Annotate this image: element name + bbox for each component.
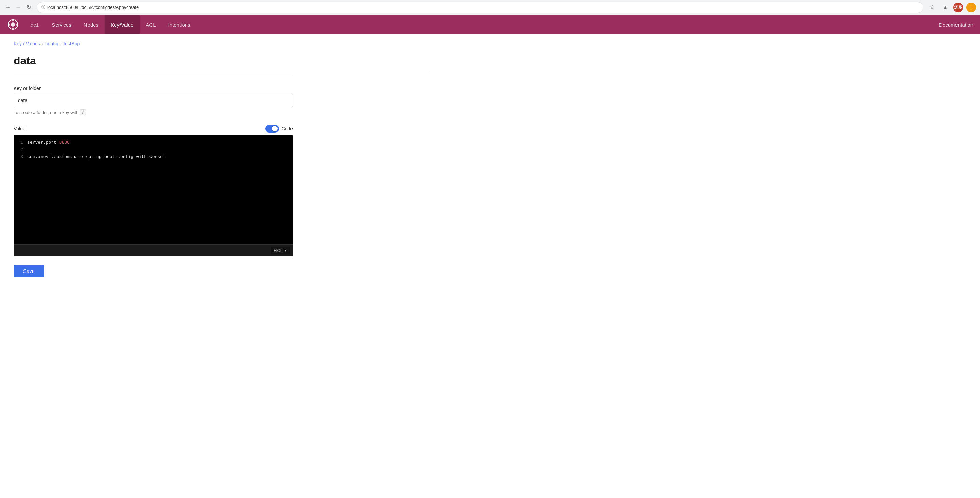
hint-code: / <box>80 109 86 116</box>
code-line-2: 2 <box>14 146 293 154</box>
nav-links: Services Nodes Key/Value ACL Intentions <box>46 15 939 34</box>
cast-button[interactable]: ▲ <box>940 3 950 12</box>
breadcrumb-config[interactable]: config <box>46 41 58 46</box>
breadcrumb: Key / Values › config › testApp <box>14 41 429 46</box>
language-select-container[interactable]: HCL ▼ <box>271 247 290 255</box>
documentation-link[interactable]: Documentation <box>939 22 973 28</box>
code-statusbar: HCL ▼ <box>14 244 293 256</box>
language-dropdown-icon: ▼ <box>284 249 287 252</box>
navigation-bar: dc1 Services Nodes Key/Value ACL Intenti… <box>0 15 980 34</box>
breadcrumb-sep-1: › <box>42 41 44 46</box>
code-toggle: Code <box>265 125 293 132</box>
nav-keyvalue[interactable]: Key/Value <box>105 15 140 34</box>
browser-chrome: ← → ↻ ⓘ localhost:8500/ui/dc1/kv/config/… <box>0 0 980 15</box>
svg-point-2 <box>12 19 14 21</box>
bookmark-button[interactable]: ☆ <box>928 3 937 12</box>
value-label: Value <box>14 126 25 132</box>
code-label: Code <box>282 126 293 132</box>
svg-point-5 <box>16 24 18 25</box>
key-input[interactable] <box>14 94 293 107</box>
code-content: 1 server.port=8888 2 3 com.anoyi.custom.… <box>14 135 293 244</box>
breadcrumb-keyvalues[interactable]: Key / Values <box>14 41 40 46</box>
line-number-2: 2 <box>14 146 27 154</box>
value-section: Value Code 1 server.port=8888 <box>14 125 293 256</box>
breadcrumb-sep-2: › <box>60 41 62 46</box>
line-number-3: 3 <box>14 154 27 161</box>
code-line-1: 1 server.port=8888 <box>14 139 293 146</box>
key-hint: To create a folder, end a key with / <box>14 109 293 116</box>
key-form-section: Key or folder To create a folder, end a … <box>14 86 293 116</box>
address-url: localhost:8500/ui/dc1/kv/config/testApp/… <box>47 5 919 10</box>
nav-nodes[interactable]: Nodes <box>78 15 105 34</box>
browser-actions: ☆ ▲ 远东 ! <box>928 3 976 12</box>
address-bar[interactable]: ⓘ localhost:8500/ui/dc1/kv/config/testAp… <box>37 2 923 13</box>
code-line-3: 3 com.anoyi.custom.name=spring-boot-conf… <box>14 154 293 161</box>
svg-point-4 <box>8 24 10 25</box>
user-avatar[interactable]: 远东 <box>953 3 963 12</box>
consul-logo[interactable] <box>7 18 19 31</box>
save-button[interactable]: Save <box>14 265 44 277</box>
language-select[interactable]: HCL <box>274 248 283 253</box>
nav-acl[interactable]: ACL <box>140 15 162 34</box>
value-header: Value Code <box>14 125 293 132</box>
line-content-2 <box>27 146 293 154</box>
line-content-3: com.anoyi.custom.name=spring-boot-config… <box>27 154 293 161</box>
key-label: Key or folder <box>14 86 293 91</box>
main-content: Key / Values › config › testApp data Key… <box>0 34 443 284</box>
code-toggle-switch[interactable] <box>265 125 279 132</box>
nav-intentions[interactable]: Intentions <box>162 15 196 34</box>
svg-point-1 <box>11 22 15 27</box>
title-divider <box>14 76 293 76</box>
nav-services[interactable]: Services <box>46 15 78 34</box>
breadcrumb-testapp[interactable]: testApp <box>64 41 80 46</box>
page-title: data <box>14 54 429 73</box>
notification-badge[interactable]: ! <box>966 3 976 12</box>
back-button[interactable]: ← <box>4 3 12 11</box>
svg-point-3 <box>12 28 14 30</box>
line-content-1: server.port=8888 <box>27 139 293 146</box>
code-editor[interactable]: 1 server.port=8888 2 3 com.anoyi.custom.… <box>14 135 293 256</box>
toggle-thumb <box>272 126 277 132</box>
hint-text: To create a folder, end a key with <box>14 110 78 115</box>
line-number-1: 1 <box>14 139 27 146</box>
browser-nav-buttons: ← → ↻ <box>4 3 33 11</box>
reload-button[interactable]: ↻ <box>24 3 33 11</box>
secure-icon: ⓘ <box>41 5 45 10</box>
forward-button[interactable]: → <box>14 3 22 11</box>
datacenter-label[interactable]: dc1 <box>24 15 46 34</box>
